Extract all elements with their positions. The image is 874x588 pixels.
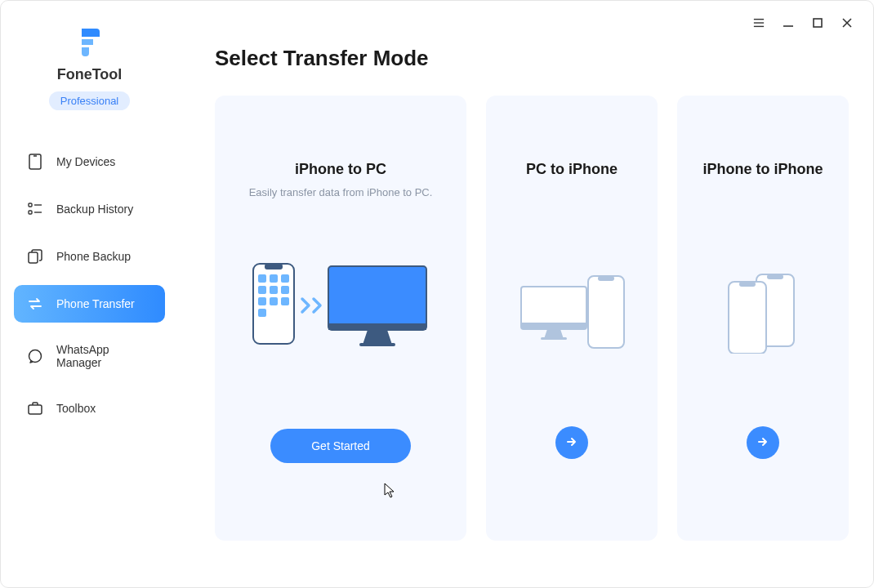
chat-icon — [27, 348, 43, 364]
svg-rect-22 — [270, 286, 278, 294]
svg-rect-30 — [359, 343, 395, 346]
svg-rect-29 — [328, 323, 426, 330]
brand-name: FoneTool — [57, 66, 123, 83]
svg-rect-25 — [270, 297, 278, 305]
svg-rect-13 — [29, 252, 38, 263]
nav-label: WhatsApp Manager — [56, 343, 152, 369]
svg-rect-27 — [258, 309, 266, 317]
minimize-icon[interactable] — [783, 17, 794, 29]
iphone-to-iphone-illustration — [714, 256, 812, 370]
svg-rect-9 — [29, 203, 32, 207]
svg-rect-26 — [281, 297, 289, 305]
sidebar-nav: My Devices Backup History Phone Backup P… — [1, 135, 178, 445]
iphone-to-pc-illustration — [247, 247, 435, 362]
svg-rect-17 — [265, 264, 283, 270]
get-started-button[interactable]: Get Started — [270, 429, 411, 463]
svg-rect-10 — [29, 211, 32, 214]
svg-rect-20 — [281, 274, 289, 283]
arrow-right-icon — [756, 435, 769, 451]
svg-rect-19 — [270, 274, 278, 283]
main-content: Select Transfer Mode iPhone to PC Easily… — [178, 1, 873, 587]
nav-label: Phone Backup — [56, 250, 131, 263]
app-window: FoneTool Professional My Devices Backup … — [0, 0, 874, 588]
sidebar-item-toolbox[interactable]: Toolbox — [14, 390, 165, 427]
close-icon[interactable] — [841, 17, 853, 29]
svg-rect-38 — [729, 282, 766, 354]
app-logo-icon — [74, 25, 106, 58]
sidebar: FoneTool Professional My Devices Backup … — [1, 1, 178, 587]
maximize-icon[interactable] — [812, 17, 823, 29]
window-controls — [753, 17, 853, 29]
arrow-button[interactable] — [555, 426, 588, 459]
pc-to-iphone-illustration — [515, 256, 629, 370]
brand: FoneTool Professional — [1, 25, 178, 110]
svg-rect-4 — [814, 19, 822, 27]
svg-rect-21 — [258, 286, 266, 294]
sidebar-item-phone-transfer[interactable]: Phone Transfer — [14, 285, 165, 323]
card-desc: Easily transfer data from iPhone to PC. — [249, 186, 433, 198]
card-title: iPhone to iPhone — [703, 161, 823, 178]
device-icon — [27, 154, 43, 170]
transfer-mode-cards: iPhone to PC Easily transfer data from i… — [215, 96, 849, 541]
sidebar-item-whatsapp-manager[interactable]: WhatsApp Manager — [14, 332, 165, 380]
svg-rect-15 — [29, 405, 42, 414]
svg-rect-37 — [767, 274, 783, 279]
sidebar-item-phone-backup[interactable]: Phone Backup — [14, 238, 165, 275]
svg-rect-33 — [541, 337, 567, 340]
nav-label: Phone Transfer — [56, 297, 135, 310]
svg-rect-32 — [521, 323, 586, 329]
card-iphone-to-pc[interactable]: iPhone to PC Easily transfer data from i… — [215, 96, 466, 541]
sidebar-item-backup-history[interactable]: Backup History — [14, 190, 165, 228]
card-pc-to-iphone[interactable]: PC to iPhone — [486, 96, 658, 541]
arrow-right-icon — [565, 435, 578, 451]
svg-rect-39 — [739, 282, 756, 287]
svg-rect-23 — [281, 286, 289, 294]
copy-icon — [27, 248, 43, 265]
card-iphone-to-iphone[interactable]: iPhone to iPhone — [677, 96, 849, 541]
svg-point-14 — [29, 350, 42, 363]
transfer-icon — [27, 296, 43, 312]
sidebar-item-my-devices[interactable]: My Devices — [14, 143, 165, 180]
card-title: PC to iPhone — [526, 161, 618, 178]
svg-rect-35 — [598, 276, 614, 281]
card-title: iPhone to PC — [295, 161, 386, 178]
svg-rect-24 — [258, 297, 266, 305]
nav-label: Backup History — [56, 203, 133, 216]
svg-rect-28 — [328, 266, 426, 330]
briefcase-icon — [27, 400, 43, 416]
menu-icon[interactable] — [753, 17, 765, 29]
list-icon — [27, 201, 43, 217]
page-title: Select Transfer Mode — [215, 46, 849, 71]
svg-rect-18 — [258, 274, 266, 283]
nav-label: My Devices — [56, 155, 115, 168]
svg-rect-34 — [588, 276, 624, 348]
pro-badge: Professional — [49, 91, 131, 110]
nav-label: Toolbox — [56, 402, 96, 415]
arrow-button[interactable] — [747, 426, 779, 459]
